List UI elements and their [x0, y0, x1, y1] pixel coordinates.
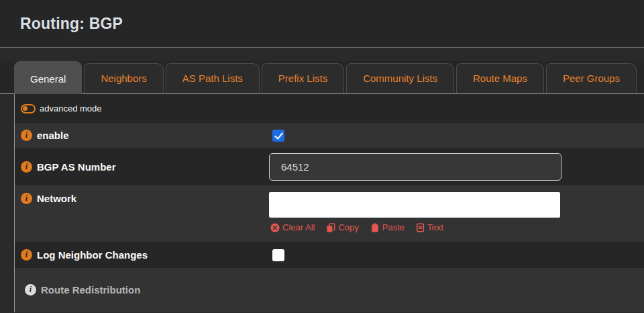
info-icon[interactable]: i — [21, 130, 32, 141]
clear-all-icon — [270, 223, 280, 232]
log-neighbor-changes-label: Log Neighbor Changes — [37, 249, 148, 261]
general-settings-panel: advanced mode i enable i BGP AS Number i… — [14, 94, 644, 312]
advanced-mode-label: advanced mode — [40, 103, 102, 114]
info-icon[interactable]: i — [21, 249, 32, 261]
copy-button[interactable]: Copy — [326, 222, 358, 232]
tab-bar: General Neighbors AS Path Lists Prefix L… — [0, 61, 644, 94]
route-redistribution-section: i Route Redistribution — [15, 268, 644, 312]
tab-peer-groups[interactable]: Peer Groups — [546, 63, 637, 93]
advanced-mode-row: advanced mode — [15, 94, 644, 123]
network-row: i Network Clear All — [15, 185, 644, 242]
log-neighbor-changes-row: i Log Neighbor Changes — [15, 242, 644, 268]
text-button[interactable]: Text — [416, 222, 443, 232]
advanced-mode-toggle-icon[interactable] — [21, 104, 36, 114]
tab-neighbors[interactable]: Neighbors — [84, 63, 163, 93]
tab-community-lists[interactable]: Community Lists — [346, 63, 454, 93]
paste-icon — [370, 223, 380, 232]
bgp-as-number-label: BGP AS Number — [37, 161, 116, 173]
network-input[interactable] — [269, 192, 560, 218]
page-title: Routing: BGP — [20, 15, 123, 33]
paste-button[interactable]: Paste — [370, 222, 405, 232]
tab-route-maps[interactable]: Route Maps — [456, 63, 544, 93]
info-icon[interactable]: i — [25, 284, 36, 296]
tab-prefix-lists[interactable]: Prefix Lists — [262, 63, 344, 93]
enable-row: i enable — [15, 123, 644, 148]
info-icon[interactable]: i — [21, 161, 32, 173]
log-neighbor-changes-checkbox[interactable] — [272, 249, 284, 261]
clear-all-button[interactable]: Clear All — [270, 222, 315, 232]
bgp-as-number-row: i BGP AS Number — [15, 148, 644, 185]
info-icon[interactable]: i — [21, 193, 32, 204]
page-header: Routing: BGP — [0, 0, 644, 48]
network-label: Network — [37, 193, 76, 204]
tab-general[interactable]: General — [14, 61, 82, 94]
copy-icon — [326, 223, 335, 232]
enable-label: enable — [37, 130, 69, 141]
tab-as-path-lists[interactable]: AS Path Lists — [166, 63, 260, 93]
text-file-icon — [416, 223, 425, 232]
network-actions: Clear All Copy — [269, 222, 560, 232]
enable-checkbox[interactable] — [272, 130, 284, 142]
bgp-as-number-input[interactable] — [269, 153, 561, 181]
route-redistribution-title: Route Redistribution — [41, 284, 140, 296]
